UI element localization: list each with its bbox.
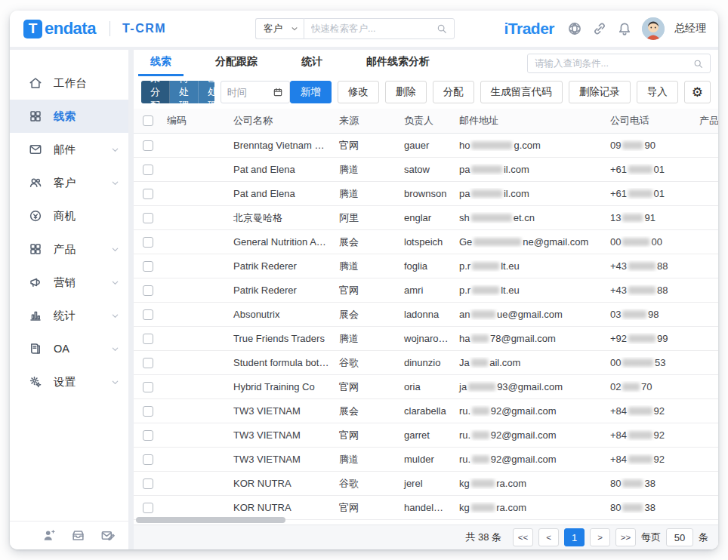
table-row[interactable]: General Nutrition Agency ...展会lotspeichG… bbox=[134, 230, 718, 254]
cell-phone: 00xxxxxxxx00 bbox=[606, 236, 695, 248]
avatar[interactable] bbox=[642, 17, 665, 40]
compose-mail-icon[interactable] bbox=[100, 528, 115, 543]
row-checkbox[interactable] bbox=[143, 478, 153, 489]
row-checkbox[interactable] bbox=[143, 165, 153, 175]
cell-company: TW3 VIETNAM bbox=[229, 429, 335, 441]
global-search-input[interactable] bbox=[311, 23, 436, 34]
inbox-icon[interactable] bbox=[71, 528, 85, 543]
row-checkbox[interactable] bbox=[143, 334, 153, 344]
sidebar-item-OA[interactable]: OA bbox=[10, 332, 128, 365]
table-row[interactable]: TW3 VIETNAM展会clarabellaru.xxxxx92@gmail.… bbox=[134, 399, 718, 423]
itrader-brand[interactable]: iTrader bbox=[504, 20, 554, 38]
action-button-分配[interactable]: 分配 bbox=[433, 81, 474, 103]
table-row[interactable]: Absonutrix展会ladonnaanxxxxxxxue@gmail.com… bbox=[134, 303, 718, 327]
table-settings-gear-icon[interactable]: ⚙ bbox=[684, 81, 711, 103]
table-row[interactable]: TW3 VIETNAM腾道mulderru.xxxxx92@gmail.com+… bbox=[134, 448, 718, 472]
horizontal-scrollbar[interactable] bbox=[136, 517, 285, 523]
row-checkbox[interactable] bbox=[143, 237, 153, 248]
sidebar-item-营销[interactable]: 营销 bbox=[10, 266, 128, 299]
sidebar-item-线索[interactable]: 线索 bbox=[10, 100, 128, 133]
table-row[interactable]: Student formula botanica谷歌dinunzioJaxxxx… bbox=[134, 351, 718, 375]
row-checkbox[interactable] bbox=[143, 309, 153, 320]
action-button-删除记录[interactable]: 删除记录 bbox=[569, 81, 631, 103]
action-button-生成留言代码[interactable]: 生成留言代码 bbox=[480, 81, 563, 103]
row-checkbox[interactable] bbox=[143, 261, 153, 272]
table-row[interactable]: True Friends Traders腾道wojnarowskihaxxxxx… bbox=[134, 327, 718, 351]
sidebar-item-邮件[interactable]: 邮件 bbox=[10, 133, 128, 166]
row-checkbox[interactable] bbox=[143, 503, 153, 513]
cell-owner: foglia bbox=[399, 260, 455, 272]
row-checkbox[interactable] bbox=[143, 189, 153, 199]
row-checkbox[interactable] bbox=[143, 285, 153, 296]
filter-已处理[interactable]: 已处理 bbox=[199, 81, 214, 103]
sidebar-item-客户[interactable]: 客户 bbox=[10, 166, 128, 199]
sidebar-item-设置[interactable]: 设置 bbox=[10, 365, 128, 398]
pager-button[interactable]: > bbox=[590, 528, 610, 546]
pager-button[interactable]: << bbox=[513, 528, 533, 546]
action-button-修改[interactable]: 修改 bbox=[338, 81, 379, 103]
pager-button[interactable]: < bbox=[538, 528, 559, 546]
row-checkbox[interactable] bbox=[143, 430, 153, 441]
cell-email: kgxxxxxxxra.com bbox=[455, 502, 606, 513]
calendar-icon[interactable] bbox=[273, 87, 283, 97]
globe-icon[interactable] bbox=[567, 21, 582, 36]
table-row[interactable]: 北京曼哈格阿里englarshxxxxxxxxxxxxet.cn13xxxxxx… bbox=[134, 206, 718, 230]
cell-phone: +84xxxxxxx92 bbox=[606, 429, 695, 441]
pager-current-page[interactable]: 1 bbox=[564, 528, 585, 546]
tab-分配跟踪[interactable]: 分配跟踪 bbox=[203, 50, 270, 76]
page-size-select[interactable]: 50 bbox=[666, 528, 693, 546]
redacted-text: xxxxxxxx bbox=[628, 262, 656, 270]
table-row[interactable]: Patrik Rederer腾道fogliap.rxxxxxxxxlt.eu+4… bbox=[134, 254, 718, 278]
chevron-down-icon bbox=[111, 378, 119, 386]
table-row[interactable]: Hybrid Training Co官网oriajaxxxxxxxx93@gma… bbox=[134, 375, 718, 399]
cell-email: haxxxxx78@gmail.com bbox=[455, 333, 606, 344]
sidebar-item-label: 产品 bbox=[54, 242, 76, 257]
redacted-text: xxxxxxx bbox=[622, 310, 646, 318]
cell-email: ru.xxxxx92@gmail.com bbox=[455, 454, 606, 465]
pagination-footer: 共 38 条 <<<1>>> 每页 50 条 bbox=[134, 525, 718, 549]
sidebar-item-统计[interactable]: 统计 bbox=[10, 299, 128, 332]
row-checkbox[interactable] bbox=[143, 382, 153, 392]
query-input[interactable] bbox=[535, 58, 693, 69]
redacted-text: xxxxxxxxx bbox=[471, 189, 502, 198]
tab-线索[interactable]: 线索 bbox=[138, 50, 184, 76]
sidebar-item-商机[interactable]: 商机 bbox=[10, 199, 128, 232]
table-row[interactable]: TW3 VIETNAM官网garretru.xxxxx92@gmail.com+… bbox=[134, 423, 718, 448]
sidebar-item-工作台[interactable]: 工作台 bbox=[10, 66, 128, 100]
table-row[interactable]: Patrik Rederer官网amrip.rxxxxxxxxlt.eu+43x… bbox=[134, 278, 718, 303]
row-checkbox[interactable] bbox=[143, 213, 153, 223]
row-checkbox[interactable] bbox=[143, 140, 153, 151]
grid-icon bbox=[29, 109, 42, 123]
link-icon[interactable] bbox=[592, 21, 607, 36]
table-row[interactable]: Pat and Elena腾道brownsonpaxxxxxxxxxil.com… bbox=[134, 182, 718, 206]
cell-email: shxxxxxxxxxxxxet.cn bbox=[455, 212, 606, 223]
select-all-checkbox[interactable] bbox=[143, 115, 153, 126]
cell-owner: dinunzio bbox=[399, 357, 455, 368]
table-row[interactable]: Brenntag Vietnam Co. LTD官网gauerhoxxxxxxx… bbox=[134, 134, 718, 158]
tab-统计[interactable]: 统计 bbox=[289, 50, 335, 76]
action-button-删除[interactable]: 删除 bbox=[385, 81, 427, 103]
table-row[interactable]: Pat and Elena腾道satowpaxxxxxxxxxil.com+61… bbox=[134, 158, 718, 182]
bell-icon[interactable] bbox=[617, 21, 632, 36]
sidebar-item-label: 客户 bbox=[54, 176, 76, 190]
tab-邮件线索分析[interactable]: 邮件线索分析 bbox=[354, 50, 442, 76]
redacted-text: xxxxxxxx bbox=[628, 334, 656, 343]
table-row[interactable]: KOR NUTRA谷歌jerelkgxxxxxxxra.com80xxxxxx3… bbox=[134, 472, 718, 496]
toolbar: 未分配待处理已处理 新增修改删除分配生成留言代码删除记录导入⚙ bbox=[141, 81, 711, 103]
search-category-select[interactable]: 客户 bbox=[255, 18, 304, 39]
row-checkbox[interactable] bbox=[143, 358, 153, 368]
filter-待处理[interactable]: 待处理 bbox=[170, 81, 199, 103]
action-button-导入[interactable]: 导入 bbox=[637, 81, 678, 103]
sidebar-item-产品[interactable]: 产品 bbox=[10, 232, 128, 266]
row-checkbox[interactable] bbox=[143, 454, 153, 465]
person-add-icon[interactable] bbox=[42, 528, 56, 543]
filter-未分配[interactable]: 未分配 bbox=[141, 81, 170, 103]
add-button[interactable]: 新增 bbox=[290, 81, 332, 103]
redacted-text: xxxxxxxxxxxx bbox=[471, 141, 512, 149]
date-input[interactable] bbox=[227, 87, 273, 98]
tendata-logo[interactable]: T endata T-CRM bbox=[23, 19, 166, 38]
main-panel: 线索分配跟踪统计邮件线索分析 未分配待处理已处理 新增修改删除分配生成留言代码删… bbox=[134, 50, 718, 549]
row-checkbox[interactable] bbox=[143, 406, 153, 417]
pager-button[interactable]: >> bbox=[615, 528, 636, 546]
cell-phone: +43xxxxxxxx88 bbox=[606, 260, 695, 272]
